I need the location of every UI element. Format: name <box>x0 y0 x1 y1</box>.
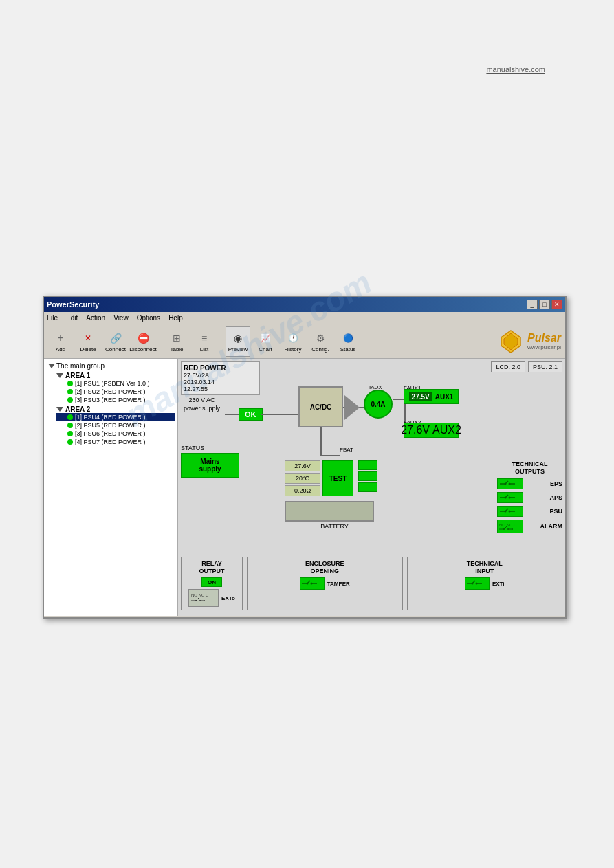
status-heading: STATUS <box>181 445 239 452</box>
battery-label: BATTERY <box>285 523 384 530</box>
psu2-label: [2] PSU2 (RED POWER ) <box>75 388 146 395</box>
sidebar-item-psu1[interactable]: [1] PSU1 (PSBEN Ver 1.0 ) <box>56 379 175 388</box>
area1-expand-icon <box>56 373 63 378</box>
delete-label: Delete <box>80 346 96 353</box>
aps-relay-icon <box>500 493 520 502</box>
ok-button[interactable]: OK <box>239 408 263 421</box>
psu3-status-dot <box>67 397 73 403</box>
table-button[interactable]: Table <box>164 326 189 357</box>
technical-input-panel: TECHNICAL INPUT <box>407 557 563 610</box>
status-button[interactable]: Status <box>336 326 360 357</box>
list-button[interactable]: List <box>192 326 217 357</box>
ac-line1: 230 V AC <box>184 397 220 405</box>
tamper-relay-icon <box>302 579 322 588</box>
psu-diagram-area: RED POWER 27.6V/2A 2019.03.14 12.27.55 L… <box>178 359 565 616</box>
aps-indicator <box>497 492 523 503</box>
technical-input-title-1: TECHNICAL <box>410 560 560 568</box>
area2-title[interactable]: AREA 2 <box>56 405 175 413</box>
psu-relay-icon <box>500 507 520 515</box>
relay-output-icon: NO NC C <box>190 590 217 605</box>
psu-row: PSU <box>497 506 562 517</box>
svg-text:NO NC C: NO NC C <box>499 523 517 527</box>
alarm-row: NO NC C ALARM <box>497 520 562 533</box>
exti-label: EXTi <box>492 581 505 587</box>
mains-supply-status: Mains supply <box>181 453 239 478</box>
sidebar-item-psu4[interactable]: [1] PSU4 (RED POWER ) <box>56 413 175 421</box>
menu-view[interactable]: View <box>113 314 129 322</box>
alarm-label: ALARM <box>540 523 563 530</box>
restore-button[interactable]: □ <box>539 300 550 309</box>
eps-indicator <box>497 478 523 489</box>
battery-test-button[interactable]: TEST <box>322 460 353 496</box>
acdc-fbat-v-line <box>320 427 322 455</box>
status-icon <box>340 330 356 346</box>
preview-button[interactable]: Preview <box>226 326 250 357</box>
svg-point-28 <box>195 600 197 601</box>
bat-bar-2 <box>358 471 377 481</box>
relay-title-2: OUTPUT <box>184 568 239 575</box>
technical-input-title: TECHNICAL INPUT <box>410 560 560 575</box>
svg-point-23 <box>512 528 513 530</box>
alarm-relay-icon: NO NC C <box>498 521 522 532</box>
sidebar-item-psu3[interactable]: [3] PSU3 (RED POWER ) <box>56 396 175 404</box>
menu-help[interactable]: Help <box>168 314 183 322</box>
add-button[interactable]: Add <box>48 326 73 357</box>
history-button[interactable]: History <box>281 326 305 357</box>
disconnect-button[interactable]: ⛔ Disconnect <box>131 326 155 357</box>
close-button[interactable]: ✕ <box>551 300 562 309</box>
status-label: Status <box>340 346 356 353</box>
aps-label: APS <box>549 494 562 501</box>
connect-button[interactable]: 🔗 Connect <box>103 326 128 357</box>
psu-output-label: PSU <box>549 508 562 515</box>
psu-indicator <box>497 506 523 517</box>
top-right-link[interactable]: manualshive.com <box>486 65 545 74</box>
aux1-box: 27.5V AUX1 <box>404 389 459 404</box>
menu-file[interactable]: File <box>47 314 58 322</box>
battery-resistance-row: 0.20Ω <box>285 485 320 496</box>
connect-icon: 🔗 <box>107 330 124 346</box>
sidebar-group: The main group AREA 1 [1] PSU1 (PSBEN Ve… <box>47 361 175 446</box>
pulsar-brand-name: Pulsar <box>527 332 561 344</box>
add-label: Add <box>56 346 65 353</box>
aux2-box: 27.6V AUX2 <box>404 423 459 438</box>
history-icon <box>285 330 301 346</box>
relay-title-1: RELAY <box>184 560 239 568</box>
delete-button[interactable]: Delete <box>76 326 100 357</box>
minimize-button[interactable]: _ <box>527 300 538 309</box>
relay-output-title: RELAY OUTPUT <box>184 560 239 575</box>
bottom-panels-row: RELAY OUTPUT ON NO NC C <box>181 557 562 610</box>
sidebar-item-psu7[interactable]: [4] PSU7 (RED POWER ) <box>56 438 175 446</box>
sidebar-item-psu2[interactable]: [2] PSU2 (RED POWER ) <box>56 388 175 396</box>
relay-on-indicator: ON <box>201 577 222 587</box>
menu-action[interactable]: Action <box>86 314 105 322</box>
eps-relay-icon <box>500 480 520 488</box>
sidebar-group-title[interactable]: The main group <box>47 361 175 370</box>
chart-label: Chart <box>259 346 272 353</box>
enclosure-title-2: OPENING <box>250 568 399 575</box>
battery-voltage-row: 27.6V <box>285 460 320 471</box>
history-label: History <box>285 346 302 353</box>
psu2-status-dot <box>67 389 73 394</box>
ok-acdc-line <box>261 414 298 415</box>
info-box-title: RED POWER <box>184 364 257 372</box>
area1-title[interactable]: AREA 1 <box>56 372 175 379</box>
svg-point-15 <box>505 510 507 512</box>
fbat-label: FBAT <box>340 447 353 453</box>
svg-point-34 <box>306 583 308 585</box>
title-bar-buttons: _ □ ✕ <box>527 300 562 309</box>
area1-name: AREA 1 <box>65 372 90 379</box>
sidebar-item-psu5[interactable]: [2] PSU5 (RED POWER ) <box>56 421 175 430</box>
chart-button[interactable]: Chart <box>253 326 278 357</box>
menu-options[interactable]: Options <box>137 314 160 322</box>
enclosure-title-1: ENCLOSURE <box>250 560 399 568</box>
ac-line2: power supply <box>184 405 220 413</box>
config-icon <box>312 330 329 346</box>
mains-line2: supply <box>187 465 233 473</box>
delete-icon <box>80 330 96 346</box>
tech-outputs-title: TECHNICAL OUTPUTS <box>497 460 562 476</box>
acdc-arrow-icon <box>344 395 360 420</box>
menu-edit[interactable]: Edit <box>66 314 78 322</box>
enclosure-title: ENCLOSURE OPENING <box>250 560 399 575</box>
sidebar-item-psu6[interactable]: [3] PSU6 (RED POWER ) <box>56 430 175 438</box>
config-button[interactable]: Config. <box>308 326 333 357</box>
